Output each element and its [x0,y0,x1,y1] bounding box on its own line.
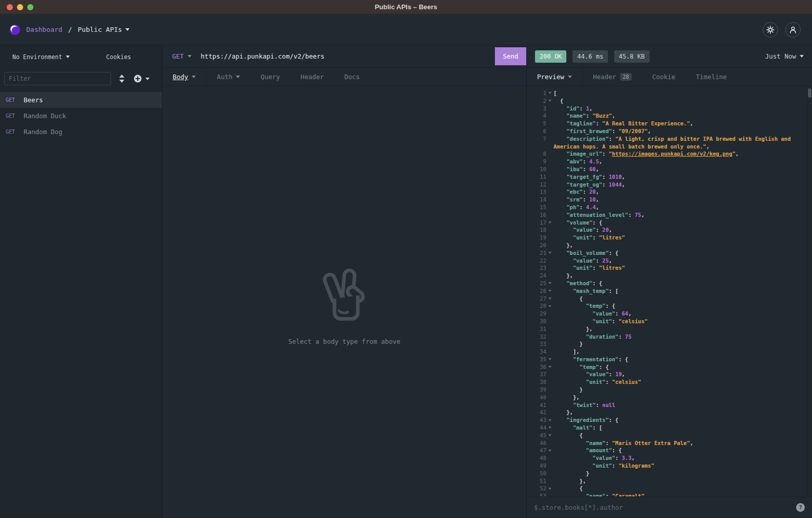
request-tab-auth[interactable]: Auth [207,68,250,86]
fold-column [546,310,553,318]
account-button[interactable] [785,22,801,38]
breadcrumb-dashboard-link[interactable]: Dashboard [26,26,62,33]
response-tab-timeline[interactable]: Timeline [686,68,737,86]
code-content: "abv": 4.5, [553,158,812,165]
response-scrollbar[interactable] [807,86,812,496]
request-tab-query[interactable]: Query [250,68,290,86]
line-number: 17 [527,219,546,227]
fold-column [546,112,553,120]
request-tab-body[interactable]: Body [162,68,207,86]
fullscreen-window-button[interactable] [27,4,33,10]
fold-toggle-icon[interactable] [548,221,551,224]
fold-toggle-icon[interactable] [548,450,551,452]
response-body-viewer[interactable]: 1[2{3"id": 1,4"name": "Buzz",5"tagline":… [527,86,812,496]
code-token: "boil_volume" [566,250,608,256]
cookies-button[interactable]: Cookies [106,53,131,61]
scrollbar-thumb[interactable] [808,88,811,98]
create-request-button[interactable] [134,75,150,83]
code-token: , [622,371,625,377]
code-content: }, [553,409,812,416]
code-token: , [628,310,631,317]
code-token: { [580,295,583,302]
settings-button[interactable] [763,22,778,38]
response-tab-cookie[interactable]: Cookie [642,68,686,86]
fold-column [546,272,553,280]
sidebar-item-random-duck[interactable]: GETRandom Duck [0,108,162,124]
code-token: "Maris Otter Extra Pale" [612,440,690,446]
send-button[interactable]: Send [495,47,526,65]
code-token: : { [593,280,602,286]
workspace-dropdown[interactable]: Public APIs [78,26,130,33]
minimize-window-button[interactable] [17,4,23,10]
help-icon[interactable]: ? [796,503,805,512]
fold-column [546,295,553,303]
close-window-button[interactable] [7,4,13,10]
fold-toggle-icon[interactable] [548,298,551,300]
fold-column [546,348,553,356]
code-content: "unit": "litres" [553,264,812,272]
fold-toggle-icon[interactable] [548,434,551,436]
code-token: "name" [586,440,605,446]
response-tab-header[interactable]: Header28 [583,68,642,86]
fold-toggle-icon[interactable] [548,358,551,360]
code-content: { [553,295,812,303]
code-content: "duration": 75 [553,333,812,341]
fold-toggle-icon[interactable] [548,427,551,429]
request-tab-header[interactable]: Header [290,68,334,86]
fold-toggle-icon[interactable] [548,290,551,292]
chevron-down-icon [66,55,70,58]
response-tab-preview[interactable]: Preview [527,68,583,86]
code-token: : { [608,417,618,423]
code-content: }, [553,242,812,249]
sidebar-item-random-dog[interactable]: GETRandom Dog [0,124,162,140]
fold-toggle-icon[interactable] [548,366,551,368]
code-content: { [553,485,812,492]
code-token: , [596,204,599,210]
code-token: , [596,189,599,195]
response-filter-input[interactable] [534,504,796,511]
code-token: "A light, crisp and bitter IPA brewed wi… [615,136,790,142]
request-name: Random Dog [24,128,62,136]
code-token: : [583,158,589,164]
request-tab-docs[interactable]: Docs [334,68,370,86]
code-token: "celsius" [612,379,641,385]
code-token: "unit" [573,265,593,271]
line-number: 36 [527,363,546,371]
code-token: "value" [593,455,615,461]
sidebar-filter-input[interactable] [4,72,111,85]
code-token: , [599,158,602,164]
code-token: : [602,151,609,157]
environment-dropdown[interactable]: No Environment [12,53,70,61]
link-text[interactable]: https://images.punkapi.com/v2/keg.png [612,151,732,157]
fold-column [546,439,553,447]
code-line: 40}, [527,394,812,401]
code-token: , [632,455,635,461]
code-line: 28"temp": { [527,302,812,310]
fold-toggle-icon[interactable] [548,282,551,284]
code-token: : [596,402,602,408]
sidebar-item-beers[interactable]: GETBeers [0,92,162,108]
response-history-dropdown[interactable]: Just Now [765,52,804,60]
method-dropdown[interactable]: GET [162,45,192,67]
line-number: 31 [527,325,546,333]
sort-requests-button[interactable] [119,75,125,83]
code-token: : [ [608,288,618,294]
code-token: : [586,113,593,119]
code-token: : [583,166,589,172]
fold-toggle-icon[interactable] [548,305,551,307]
code-content: } [553,470,812,477]
code-line: 38"unit": "celsius" [527,378,812,386]
fold-toggle-icon[interactable] [548,100,551,102]
fold-column [546,394,553,401]
code-token: , [596,166,599,172]
code-token: "name" [566,113,586,119]
response-filter-bar: ? [527,496,812,518]
line-number: 21 [527,249,546,257]
fold-toggle-icon[interactable] [548,488,551,490]
fold-column [546,211,553,219]
fold-toggle-icon[interactable] [548,419,551,421]
fold-toggle-icon[interactable] [548,92,551,94]
line-number: 22 [527,257,546,265]
url-input[interactable]: https://api.punkapi.com/v2/beers [192,45,495,67]
fold-toggle-icon[interactable] [548,252,551,254]
